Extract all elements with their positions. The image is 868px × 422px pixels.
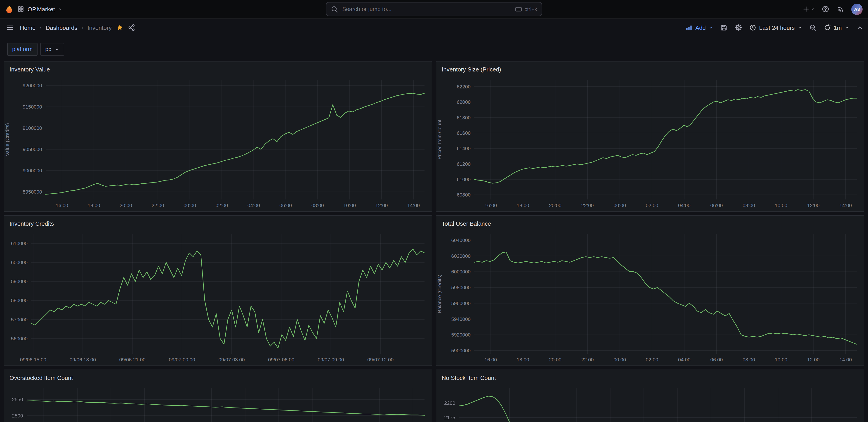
time-series-chart[interactable]: 2550250016:0018:0020:0022:0000:0002:0004…: [4, 385, 432, 422]
y-tick-label: 61400: [457, 146, 471, 151]
brand: OP.Market: [5, 5, 63, 13]
breadcrumb: Home › Dashboards › Inventory: [20, 24, 112, 31]
zoom-out-button[interactable]: [809, 24, 816, 31]
y-tick-label: 8950000: [23, 189, 42, 195]
y-tick-label: 560000: [11, 336, 28, 341]
x-tick-label: 02:00: [646, 357, 658, 363]
breadcrumb-dashboards[interactable]: Dashboards: [46, 24, 77, 31]
news-button[interactable]: [836, 3, 846, 15]
breadcrumb-current: Inventory: [88, 24, 112, 31]
panel-inventory-credits: Inventory Credits 5600005700005800005900…: [4, 215, 432, 366]
share-button[interactable]: [128, 24, 135, 31]
x-tick-label: 16:00: [56, 203, 68, 208]
x-tick-label: 12:00: [375, 203, 388, 208]
time-series-chart[interactable]: 8950000900000090500009100000915000092000…: [4, 76, 432, 211]
chevron-up-icon: [856, 24, 864, 31]
x-tick-label: 09/07 00:00: [169, 357, 195, 363]
x-tick-label: 09/07 12:00: [367, 357, 394, 363]
panel-total-user-balance: Total User Balance 590000059200005940000…: [436, 215, 864, 366]
x-tick-label: 14:00: [839, 203, 852, 208]
panel-header[interactable]: Inventory Value: [4, 61, 432, 76]
breadcrumb-separator: ›: [39, 24, 41, 31]
variables-row: platform pc: [0, 37, 868, 56]
x-tick-label: 12:00: [807, 203, 819, 208]
y-tick-label: 2175: [444, 415, 455, 420]
help-button[interactable]: [820, 3, 831, 15]
panel-title[interactable]: Inventory Size (Priced): [442, 66, 501, 72]
y-tick-label: 9200000: [23, 83, 42, 88]
breadcrumb-home[interactable]: Home: [20, 24, 35, 31]
time-series-chart[interactable]: 5900000592000059400005960000598000060000…: [436, 230, 864, 365]
collapse-toolbar-button[interactable]: [856, 24, 864, 31]
x-tick-label: 04:00: [678, 203, 690, 208]
search-input[interactable]: Search or jump to... ctrl+k: [326, 2, 542, 16]
add-panel-button[interactable]: Add: [685, 24, 713, 31]
new-menu-button[interactable]: [802, 3, 815, 15]
x-tick-label: 20:00: [549, 357, 561, 363]
search-shortcut: ctrl+k: [515, 5, 537, 13]
x-tick-label: 00:00: [614, 203, 626, 208]
panel-title[interactable]: Inventory Credits: [9, 220, 54, 227]
time-range-label: Last 24 hours: [759, 24, 795, 31]
org-icon: [17, 5, 24, 13]
org-switcher[interactable]: OP.Market: [17, 5, 63, 13]
y-tick-label: 61000: [457, 177, 471, 182]
x-tick-label: 16:00: [485, 203, 497, 208]
x-tick-label: 22:00: [581, 203, 594, 208]
x-tick-label: 06:00: [710, 357, 723, 363]
panel-inventory-size-priced: Inventory Size (Priced) 6080061000612006…: [436, 61, 864, 212]
y-tick-label: 5980000: [451, 285, 471, 291]
dashboard-settings-button[interactable]: [735, 24, 742, 31]
y-axis-label: Priced Item Count: [437, 120, 442, 159]
chevron-down-icon: [798, 25, 802, 30]
gear-icon: [735, 24, 742, 31]
time-series-chart[interactable]: 6080061000612006140061600618006200062200…: [436, 76, 864, 211]
zoom-out-icon: [809, 24, 816, 31]
panel-title[interactable]: Total User Balance: [442, 220, 491, 227]
panel-header[interactable]: Inventory Credits: [4, 216, 432, 230]
refresh-interval-label: 1m: [834, 24, 842, 31]
panel-header[interactable]: No Stock Item Count: [436, 370, 864, 385]
panel-title[interactable]: Inventory Value: [9, 66, 50, 72]
x-tick-label: 08:00: [311, 203, 324, 208]
y-tick-label: 5920000: [451, 332, 471, 338]
time-series-chart[interactable]: 56000057000058000059000060000061000009/0…: [4, 230, 432, 365]
refresh-picker[interactable]: 1m: [824, 24, 849, 31]
y-axis-label: Value (Credits): [4, 123, 10, 156]
x-tick-label: 04:00: [248, 203, 260, 208]
panel-header[interactable]: Inventory Size (Priced): [436, 61, 864, 76]
series-line: [474, 252, 857, 344]
favorite-star-button[interactable]: [116, 24, 123, 31]
y-tick-label: 5960000: [451, 301, 471, 306]
y-tick-label: 590000: [11, 279, 28, 284]
y-tick-label: 5940000: [451, 316, 471, 322]
y-tick-label: 570000: [11, 317, 28, 323]
mega-menu-toggle[interactable]: [4, 22, 16, 33]
topnav-actions: A3: [802, 3, 863, 15]
panel-header[interactable]: Overstocked Item Count: [4, 370, 432, 385]
variable-selected-value: pc: [45, 46, 51, 53]
save-icon: [720, 24, 727, 31]
share-icon: [128, 24, 135, 31]
x-tick-label: 09/07 03:00: [218, 357, 245, 363]
x-tick-label: 10:00: [775, 357, 787, 363]
time-series-chart[interactable]: 2200217516:0018:0020:0022:0000:0002:0004…: [436, 385, 864, 422]
user-avatar[interactable]: A3: [851, 3, 863, 15]
panel-header[interactable]: Total User Balance: [436, 216, 864, 230]
grafana-logo-icon[interactable]: [5, 5, 13, 13]
series-line: [474, 90, 857, 183]
x-tick-label: 20:00: [549, 203, 561, 208]
variable-value-dropdown[interactable]: pc: [40, 43, 64, 56]
save-dashboard-button[interactable]: [720, 24, 727, 31]
time-range-picker[interactable]: Last 24 hours: [749, 24, 802, 31]
x-tick-label: 00:00: [184, 203, 196, 208]
x-tick-label: 22:00: [152, 203, 164, 208]
x-tick-label: 14:00: [839, 357, 852, 363]
panel-title[interactable]: Overstocked Item Count: [9, 374, 73, 381]
y-tick-label: 2200: [444, 400, 455, 406]
chevron-down-icon: [811, 7, 815, 11]
search-icon: [331, 5, 338, 13]
chevron-down-icon: [708, 25, 713, 30]
y-tick-label: 6020000: [451, 253, 471, 259]
panel-title[interactable]: No Stock Item Count: [442, 374, 496, 381]
